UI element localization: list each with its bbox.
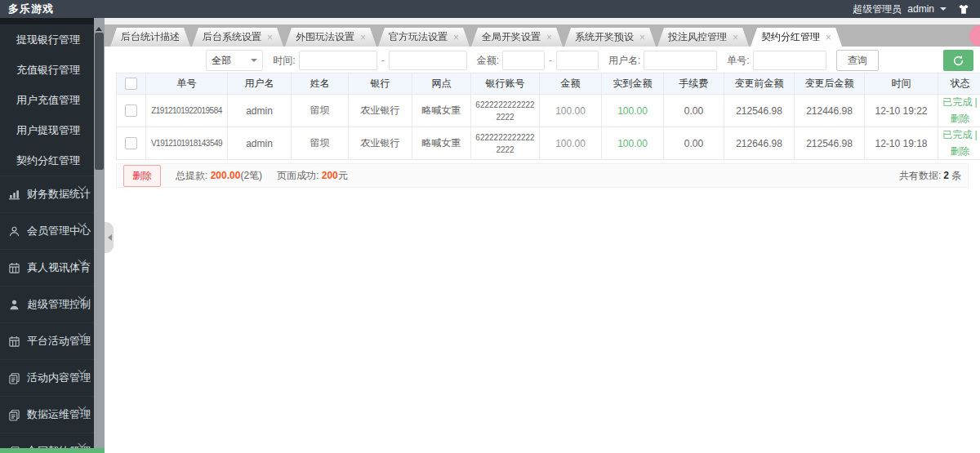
range-separator: -	[549, 55, 552, 66]
calendar-icon	[8, 335, 20, 348]
filters: 全部 时间: - 金额: - 用户名: 单号: 查询	[111, 50, 973, 71]
cell-branch: 略喊女重	[412, 127, 471, 160]
chevron-left-icon	[105, 234, 112, 241]
bar-chart-icon	[8, 189, 20, 201]
page-success-label: 页面成功:	[277, 169, 318, 183]
time-filter-label: 时间:	[273, 54, 295, 68]
tab[interactable]: 全局开奖设置×	[471, 28, 563, 47]
sidebar-scrollbar[interactable]	[94, 18, 105, 453]
table-row: V1912101918143549admin留坝农业银行略喊女重62222222…	[117, 127, 980, 160]
column-header: 实到金额	[602, 73, 664, 95]
tabstrip-spacer	[105, 18, 980, 24]
calendar-icon	[8, 262, 20, 274]
cell-before: 212546.98	[724, 95, 795, 127]
table-row: Z1912101922019584admin留坝农业银行略喊女重62222222…	[117, 95, 980, 127]
select-all-checkbox[interactable]	[125, 78, 137, 90]
cell-order: V1912101918143549	[146, 127, 228, 160]
doc-icon	[8, 372, 20, 384]
column-header: 变更后金额	[795, 73, 865, 95]
search-button[interactable]: 查询	[836, 50, 879, 71]
sidebar-menu-item[interactable]: 财务数据统计	[0, 175, 94, 212]
tab-label: 系统开奖预设	[575, 28, 634, 47]
main-panel: 后台统计描述后台系统设置×外围玩法设置×官方玩法设置×全局开奖设置×系统开奖预设…	[105, 18, 980, 453]
tab-label: 投注风控管理	[668, 28, 727, 47]
cell-name: 留坝	[292, 95, 349, 127]
cell-received: 100.00	[602, 127, 664, 160]
column-header: 用户名	[228, 73, 292, 95]
cell-status[interactable]: 已完成 | 删除	[938, 127, 980, 160]
tab-label: 契约分红管理	[761, 28, 820, 47]
cell-bank: 农业银行	[349, 95, 412, 127]
sidebar-menu-item[interactable]: 活动内容管理	[0, 359, 94, 396]
scrollbar-thumb[interactable]	[95, 33, 104, 170]
close-icon[interactable]: ×	[733, 33, 738, 42]
order-number-input[interactable]	[753, 51, 826, 70]
row-checkbox[interactable]	[125, 104, 137, 117]
total-withdraw-label: 总提款:	[176, 169, 207, 183]
close-icon[interactable]: ×	[546, 33, 552, 42]
tab[interactable]: 后台统计描述	[110, 28, 190, 47]
close-icon[interactable]: ×	[639, 33, 645, 42]
sidebar-menu-item[interactable]: 数据运维管理	[0, 396, 94, 433]
tab-label: 后台统计描述	[121, 28, 180, 47]
cell-name: 留坝	[292, 127, 349, 160]
username-input[interactable]	[644, 51, 717, 70]
row-checkbox-cell	[117, 127, 146, 160]
amount-to-input[interactable]	[556, 51, 599, 70]
cell-received: 100.00	[602, 95, 664, 127]
close-icon[interactable]: ×	[453, 33, 459, 42]
sidebar-collapse-handle[interactable]	[105, 222, 114, 253]
total-withdraw-suffix: (2笔)	[240, 169, 262, 183]
sidebar-menu-item[interactable]: 真人视讯体育	[0, 249, 94, 286]
close-icon[interactable]: ×	[360, 33, 366, 42]
cell-status[interactable]: 已完成 | 删除	[938, 95, 980, 127]
withdraw-table: 单号用户名姓名银行网点银行账号金额实到金额手续费变更前金额变更后金额时间状态 Z…	[116, 73, 980, 160]
tab[interactable]: 官方玩法设置×	[378, 28, 470, 47]
shirt-icon[interactable]	[957, 3, 970, 16]
row-checkbox[interactable]	[125, 137, 137, 149]
sidebar-subitem[interactable]: 用户充值管理	[0, 85, 94, 115]
page-success-suffix: 元	[338, 169, 348, 183]
records-count-value: 2	[943, 170, 949, 181]
admin-role-label: 超级管理员	[853, 2, 902, 16]
range-separator: -	[381, 55, 385, 66]
filter-toolbar: 全部 时间: - 金额: - 用户名: 单号: 查询	[111, 50, 973, 71]
refresh-icon	[952, 55, 964, 67]
sidebar: 提现银行管理充值银行管理用户充值管理用户提现管理契约分红管理 财务数据统计会员管…	[0, 18, 94, 453]
column-header: 姓名	[292, 73, 349, 95]
tab-label: 官方玩法设置	[389, 28, 448, 47]
sidebar-subitem[interactable]: 提现银行管理	[0, 24, 94, 55]
sidebar-subitem[interactable]: 用户提现管理	[0, 115, 94, 145]
tab[interactable]: 系统开奖预设×	[564, 28, 656, 47]
cell-account: 62222222222222222	[471, 95, 540, 127]
tab[interactable]: 后台系统设置×	[192, 28, 283, 47]
admin-icon	[8, 299, 20, 311]
scroll-up-icon[interactable]	[96, 24, 102, 31]
sidebar-menu: 财务数据统计会员管理中心真人视讯体育超级管理控制平台活动管理活动内容管理数据运维…	[0, 175, 94, 453]
tab[interactable]: 契约分红管理×	[751, 28, 842, 47]
tab[interactable]: 投注风控管理×	[657, 28, 749, 47]
cell-order: Z1912101922019584	[146, 95, 228, 127]
cell-user: admin	[228, 95, 292, 127]
sidebar-subitem[interactable]: 契约分红管理	[0, 145, 94, 175]
column-header: 手续费	[664, 73, 724, 95]
tab[interactable]: 外围玩法设置×	[285, 28, 376, 47]
username-filter-label: 用户名:	[608, 54, 640, 68]
sidebar-menu-item[interactable]: 平台活动管理	[0, 322, 94, 359]
close-icon[interactable]: ×	[826, 33, 831, 42]
amount-from-input[interactable]	[502, 51, 545, 70]
status-filter-select[interactable]: 全部	[206, 50, 263, 71]
delete-selected-button[interactable]: 删除	[123, 165, 161, 187]
time-to-input[interactable]	[389, 51, 467, 70]
tab-label: 全局开奖设置	[482, 28, 541, 47]
sidebar-menu-item[interactable]: 超级管理控制	[0, 286, 94, 322]
sidebar-menu-item[interactable]: 会员管理中心	[0, 212, 94, 249]
close-icon[interactable]: ×	[267, 33, 273, 42]
column-header: 银行	[349, 73, 412, 95]
user-menu[interactable]: 超级管理员 admin	[853, 2, 970, 16]
column-header: 时间	[865, 73, 938, 95]
time-from-input[interactable]	[299, 51, 377, 70]
table-header-row: 单号用户名姓名银行网点银行账号金额实到金额手续费变更前金额变更后金额时间状态	[117, 73, 980, 95]
refresh-button[interactable]	[943, 50, 973, 71]
sidebar-subitem[interactable]: 充值银行管理	[0, 55, 94, 85]
